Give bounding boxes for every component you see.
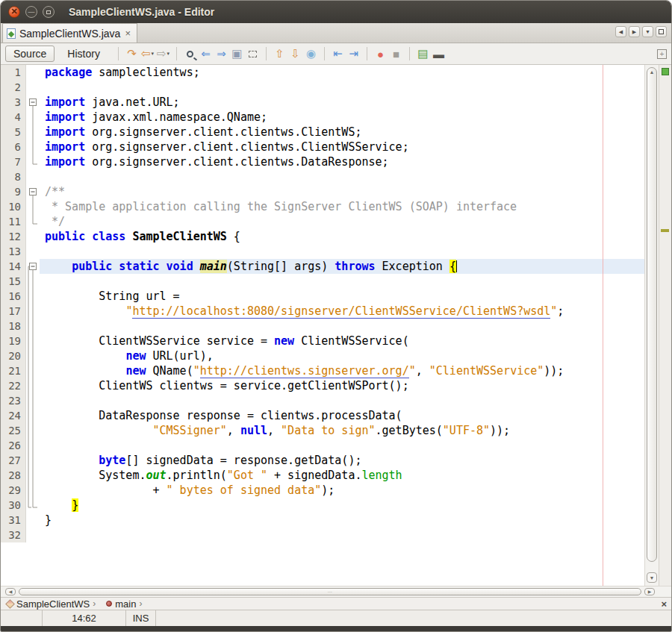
vertical-scrollbar[interactable]: ▲ ▼	[644, 65, 659, 586]
line-number[interactable]: 13	[1, 244, 26, 259]
previous-bookmark-icon[interactable]: ⇧	[272, 46, 287, 62]
scroll-right-icon[interactable]: ▶	[644, 588, 655, 595]
code-line-30[interactable]: 30 }	[1, 498, 644, 513]
close-button[interactable]: ✕	[8, 6, 20, 18]
insert-mode-indicator[interactable]: INS	[126, 610, 156, 626]
code-text[interactable]: }	[40, 498, 644, 513]
horizontal-scrollbar-thumb[interactable]: ⋯	[19, 588, 641, 595]
toggle-bookmark-icon[interactable]: ◉	[303, 46, 319, 62]
line-number[interactable]: 32	[1, 528, 26, 542]
line-number[interactable]: 7	[1, 154, 26, 169]
code-line-19[interactable]: 19 ClientWSService service = new ClientW…	[1, 334, 644, 348]
line-number[interactable]: 20	[1, 348, 26, 363]
code-text[interactable]: new QName("http://clientws.signserver.or…	[40, 363, 644, 378]
line-number[interactable]: 16	[1, 289, 26, 304]
maximize-editor-icon[interactable]	[656, 26, 667, 37]
line-number[interactable]: 17	[1, 304, 26, 319]
code-line-2[interactable]: 2	[1, 80, 644, 95]
line-number[interactable]: 30	[1, 498, 26, 513]
line-number[interactable]: 26	[1, 438, 26, 453]
line-number[interactable]: 14	[1, 259, 26, 274]
code-text[interactable]	[40, 80, 644, 95]
breadcrumb-close-icon[interactable]: ×	[661, 598, 667, 610]
scroll-tabs-left-icon[interactable]: ◀	[615, 26, 626, 37]
code-text[interactable]	[40, 393, 644, 408]
find-selection-icon[interactable]	[182, 46, 198, 62]
titlebar[interactable]: ✕ — SampleClientWS.java - Editor	[1, 1, 671, 23]
code-line-12[interactable]: 12public class SampleClientWS {	[1, 229, 644, 244]
code-text[interactable]	[40, 438, 644, 453]
fold-marker-icon[interactable]	[26, 95, 40, 110]
code-text[interactable]: new URL(url),	[40, 348, 644, 363]
line-number[interactable]: 23	[1, 393, 26, 408]
uncomment-icon[interactable]: ▬	[431, 46, 447, 62]
next-bookmark-icon[interactable]: ⇩	[287, 46, 303, 62]
back-icon[interactable]: ⇦▾	[140, 46, 155, 62]
line-number[interactable]: 9	[1, 184, 26, 199]
toggle-highlight-search-icon[interactable]: ▣	[229, 46, 245, 62]
line-number[interactable]: 18	[1, 319, 26, 334]
code-text[interactable]: ClientWS clientws = service.getClientWSP…	[40, 378, 644, 393]
line-number[interactable]: 27	[1, 453, 26, 468]
line-number[interactable]: 12	[1, 229, 26, 244]
find-next-occurrence-icon[interactable]: ⇒	[214, 46, 229, 62]
code-line-24[interactable]: 24 DataResponse response = clientws.proc…	[1, 408, 644, 423]
line-number[interactable]: 15	[1, 274, 26, 289]
line-number[interactable]: 28	[1, 468, 26, 483]
fold-marker-icon[interactable]	[26, 184, 40, 199]
stop-macro-recording-icon[interactable]: ■	[388, 46, 404, 62]
code-line-14[interactable]: 14 public static void main(String[] args…	[1, 259, 644, 274]
code-line-11[interactable]: 11 */	[1, 214, 644, 229]
code-line-31[interactable]: 31}	[1, 513, 644, 528]
line-number[interactable]: 1	[1, 65, 26, 80]
start-macro-recording-icon[interactable]: ●	[373, 46, 388, 62]
line-number[interactable]: 10	[1, 199, 26, 214]
scroll-left-icon[interactable]: ◀	[5, 588, 16, 595]
code-line-10[interactable]: 10 * Sample application calling the Sign…	[1, 199, 644, 214]
code-text[interactable]: import org.signserver.client.clientws.Cl…	[40, 140, 644, 154]
code-line-15[interactable]: 15	[1, 274, 644, 289]
fold-marker-icon[interactable]	[26, 259, 40, 274]
code-text[interactable]: */	[40, 214, 644, 229]
line-number[interactable]: 19	[1, 334, 26, 348]
shift-line-left-icon[interactable]: ⇤	[330, 46, 346, 62]
history-view-button[interactable]: History	[59, 46, 108, 62]
chevron-right-icon[interactable]: ›	[93, 598, 96, 609]
horizontal-scrollbar[interactable]: ◀ ⋯ ▶	[1, 586, 671, 597]
code-text[interactable]	[40, 274, 644, 289]
code-line-6[interactable]: 6import org.signserver.client.clientws.C…	[1, 140, 644, 154]
code-text[interactable]: }	[40, 513, 644, 528]
tab-close-icon[interactable]: ×	[125, 28, 131, 39]
code-line-3[interactable]: 3import java.net.URL;	[1, 95, 644, 110]
breadcrumb-item-main[interactable]: main	[115, 598, 136, 610]
code-line-28[interactable]: 28 System.out.println("Got " + signedDat…	[1, 468, 644, 483]
maximize-button[interactable]	[43, 6, 55, 18]
code-line-9[interactable]: 9/**	[1, 184, 644, 199]
line-number[interactable]: 21	[1, 363, 26, 378]
line-number[interactable]: 31	[1, 513, 26, 528]
toggle-rectangular-selection-icon[interactable]	[245, 46, 261, 62]
line-number[interactable]: 11	[1, 214, 26, 229]
code-line-29[interactable]: 29 + " bytes of signed data");	[1, 483, 644, 498]
line-number[interactable]: 25	[1, 423, 26, 438]
code-text[interactable]: import java.net.URL;	[40, 95, 644, 110]
code-text[interactable]: /**	[40, 184, 644, 199]
line-number[interactable]: 29	[1, 483, 26, 498]
code-text[interactable]	[40, 244, 644, 259]
code-line-22[interactable]: 22 ClientWS clientws = service.getClient…	[1, 378, 644, 393]
occurrence-stripe-mark[interactable]	[661, 229, 669, 232]
line-number[interactable]: 24	[1, 408, 26, 423]
scroll-down-icon[interactable]: ▼	[647, 572, 657, 583]
scroll-tabs-right-icon[interactable]: ▶	[629, 26, 640, 37]
code-text[interactable]	[40, 169, 644, 184]
line-number[interactable]: 3	[1, 95, 26, 110]
code-text[interactable]: byte[] signedData = response.getData();	[40, 453, 644, 468]
tab-sampleclientws[interactable]: SampleClientWS.java ×	[2, 23, 137, 43]
code-line-1[interactable]: 1package sampleclientws;	[1, 65, 644, 80]
code-text[interactable]: * Sample application calling the SignSer…	[40, 199, 644, 214]
code-line-8[interactable]: 8	[1, 169, 644, 184]
minimize-button[interactable]: —	[25, 6, 37, 18]
code-line-13[interactable]: 13	[1, 244, 644, 259]
forward-icon[interactable]: ⇨▾	[155, 46, 171, 62]
code-text[interactable]: + " bytes of signed data");	[40, 483, 644, 498]
